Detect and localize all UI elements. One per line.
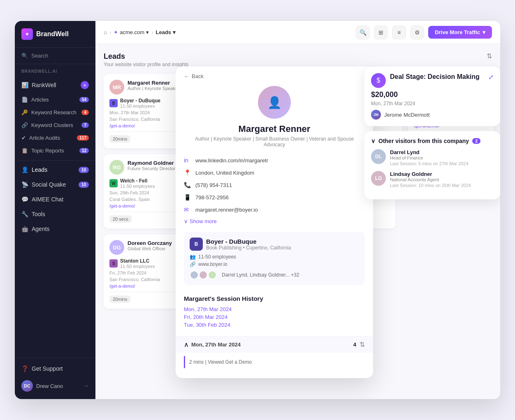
visitor-avatar-lindsay: LG	[371, 171, 386, 186]
sidebar-item-leads[interactable]: 👤 Leads 10	[15, 162, 95, 177]
deal-panel: $ Deal Stage: Decision Making ⤢ $20,000 …	[364, 67, 500, 126]
topbar-search-btn[interactable]: 🔍	[356, 25, 370, 39]
sidebar-item-keyword-research[interactable]: 🔑 Keyword Research 4	[15, 106, 95, 119]
mini-avatar-1	[190, 270, 199, 279]
sidebar-item-agents[interactable]: 🤖 Agents	[15, 222, 95, 236]
company-name: Welch - Fell	[120, 178, 155, 184]
profile-panel: ← Back 👤 Margaret Renner Author | Keynot…	[176, 67, 373, 378]
link-icon: 🔗	[190, 261, 196, 267]
get-support-label: Get Support	[32, 365, 63, 372]
linkedin-url[interactable]: www.linkedin.com/in/margaretr	[195, 157, 268, 164]
brandwell-logo-icon: ✦	[21, 28, 33, 40]
drive-btn-chevron-icon: ▾	[483, 29, 485, 35]
sidebar-search[interactable]: 🔍 Search	[15, 48, 95, 64]
profile-location-row: 📍 London, United Kingdom	[184, 166, 365, 179]
deal-rep: JM Jerome McDermott	[371, 110, 494, 120]
phone-icon: 📞	[184, 182, 191, 188]
main-content: ⌂ › ✦ acme.com ▾ › Leads ▾ 🔍 ⊞ ≡ ⚙ Drive…	[95, 21, 500, 399]
deal-stage-title: Deal Stage: Decision Making	[390, 73, 484, 81]
session-sort-icon[interactable]: ⇅	[360, 341, 365, 348]
leads-sort-icon[interactable]: ⇅	[487, 52, 492, 60]
visitor-name-darrel: Darrel Lynd	[390, 149, 469, 155]
home-icon[interactable]: ⌂	[104, 29, 107, 35]
sidebar-section-brandwellai: BRANDWELL.AI	[15, 64, 95, 75]
show-more-button[interactable]: ∨ Show more	[176, 216, 373, 227]
profile-mobile-row: 📱 798-572-2956	[184, 191, 365, 203]
sidebar-user[interactable]: DC Drew Cano →	[15, 376, 95, 396]
sidebar-bottom: ❓ Get Support DC Drew Cano →	[15, 358, 95, 399]
social-quake-icon: 📡	[21, 181, 28, 188]
leads-header: Leads Your website visitor profile and i…	[104, 52, 492, 67]
visitor-role-darrel: Head of Finance	[390, 155, 469, 160]
sidebar-item-aimee-chat[interactable]: 💬 AIMEE Chat	[15, 192, 95, 207]
search-icon: 🔍	[21, 53, 28, 59]
location-icon: 📍	[184, 169, 191, 176]
other-visitors-title: Other visitors from this company	[378, 138, 469, 144]
rankwell-add-btn[interactable]: +	[81, 81, 89, 89]
sidebar-item-articles[interactable]: 📄 Articles 54	[15, 93, 95, 106]
lead-time-badge: 20mins	[109, 295, 130, 303]
sidebar-item-article-audits[interactable]: ✔ Article Audits 117	[15, 132, 95, 144]
session-expand-icon[interactable]: ∧	[184, 341, 189, 348]
profile-mobile: 798-572-2956	[195, 194, 229, 201]
company-size-text: 11-50 employees	[198, 254, 236, 260]
agents-icon: 🤖	[21, 226, 28, 232]
back-arrow-icon: ←	[184, 73, 189, 79]
breadcrumb-domain[interactable]: ✦ acme.com ▾	[114, 29, 149, 35]
topbar-grid-btn[interactable]: ⊞	[374, 25, 388, 39]
sidebar-item-keyword-clusters[interactable]: 🔗 Keyword Clusters 7	[15, 119, 95, 132]
profile-role: Author | Keynote Speaker | Small Busines…	[176, 136, 373, 154]
lead-time-badge: 20mins	[109, 135, 130, 143]
sidebar-item-tools[interactable]: 🔧 Tools	[15, 207, 95, 222]
session-link-3[interactable]: Tue, 30th Feb 2024	[184, 322, 365, 328]
support-icon: ❓	[21, 365, 28, 372]
avatar: RG	[109, 160, 124, 175]
breadcrumb-sep2: ›	[151, 29, 153, 35]
sidebar-logo[interactable]: ✦ BrandWell	[15, 21, 95, 48]
domain-chevron-icon: ▾	[146, 29, 149, 35]
social-quake-badge: 10	[79, 182, 89, 188]
sidebar-item-rankwell[interactable]: 📊 RankWell +	[15, 77, 95, 93]
breadcrumb-leads[interactable]: Leads ▾	[156, 29, 176, 35]
session-link-1[interactable]: Mon, 27th Mar 2024	[184, 306, 365, 312]
profile-avatar-wrap: 👤	[176, 83, 373, 124]
sidebar-item-social-quake[interactable]: 📡 Social Quake 10	[15, 177, 95, 192]
keyword-research-badge: 4	[81, 110, 89, 115]
breadcrumb-sep1: ›	[109, 29, 111, 35]
leads-chevron-icon: ▾	[173, 29, 176, 35]
company-website[interactable]: www.boyer.io	[198, 261, 227, 267]
leads-area: Leads Your website visitor profile and i…	[95, 44, 500, 399]
keyword-clusters-badge: 7	[81, 122, 89, 128]
back-button[interactable]: ← Back	[176, 67, 373, 83]
company-icon: B	[109, 99, 118, 107]
topbar-list-btn[interactable]: ≡	[392, 25, 406, 39]
profile-email: margaret.renner@boyer.io	[195, 207, 258, 213]
other-visitors-chevron-icon[interactable]: ∨	[371, 138, 375, 144]
company-size: 11-50 employees	[120, 104, 160, 108]
company-icon: S	[109, 259, 118, 268]
visitor-row-lindsay: LG Lindsay Goldner National Accounts Age…	[371, 171, 494, 188]
company-size: 11-50 employees	[120, 264, 155, 269]
company-website-detail: 🔗 www.boyer.io	[190, 261, 359, 267]
visitor-name-lindsay: Lindsay Goldner	[390, 171, 471, 177]
sidebar-item-get-support[interactable]: ❓ Get Support	[15, 361, 95, 376]
company-section-name: Boyer - DuBuque	[206, 238, 291, 245]
user-avatar: DC	[21, 380, 33, 392]
deal-external-link-icon[interactable]: ⤢	[488, 73, 494, 81]
user-name: Drew Cano	[36, 383, 63, 389]
keyword-research-icon: 🔑	[21, 109, 28, 115]
topbar-settings-btn[interactable]: ⚙	[410, 25, 424, 39]
leads-icon: 👤	[21, 166, 28, 173]
session-link-2[interactable]: Fri, 20th Mar 2024	[184, 314, 365, 320]
deal-date: Mon, 27th Mar 2024	[371, 101, 494, 106]
topic-reports-badge: 12	[79, 148, 89, 153]
sidebar-item-topic-reports[interactable]: 📋 Topic Reports 12	[15, 144, 95, 157]
brandwell-logo-text: BrandWell	[36, 30, 69, 38]
article-audits-icon: ✔	[21, 135, 26, 141]
session-header: ∧ Mon, 27th Mar 2024 4 ⇅	[176, 336, 373, 353]
visitor-info-darrel: Darrel Lynd Head of Finance Last Session…	[390, 149, 469, 166]
deal-rep-name: Jerome McDermott	[384, 112, 430, 118]
session-history: Margaret's Session History Mon, 27th Mar…	[176, 290, 373, 335]
profile-phone-row: 📞 (578) 954-7311	[184, 179, 365, 191]
drive-traffic-button[interactable]: Drive More Traffic ▾	[428, 26, 492, 39]
